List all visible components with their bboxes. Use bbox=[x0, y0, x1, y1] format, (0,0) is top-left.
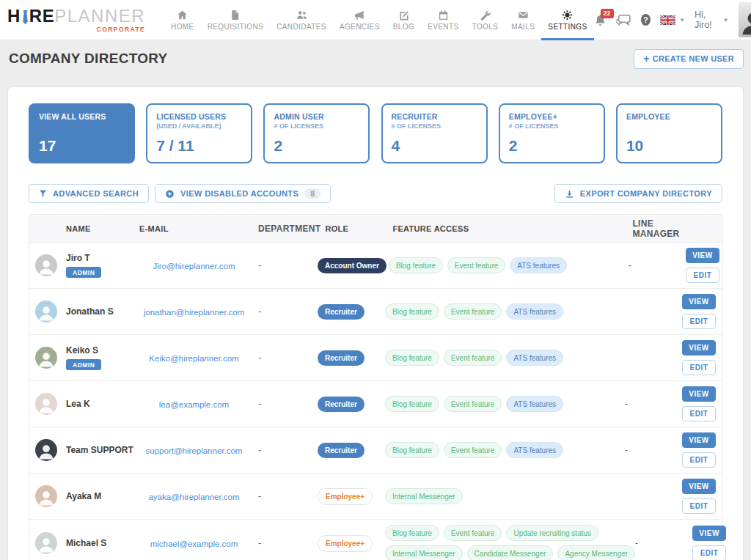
role-badge: Recruiter bbox=[318, 397, 364, 412]
stat-card-value: 2 bbox=[509, 137, 595, 155]
stat-card[interactable]: VIEW ALL USERS 17 bbox=[29, 103, 135, 163]
filter-funnel-icon bbox=[39, 189, 47, 198]
edit-button[interactable]: EDIT bbox=[682, 314, 716, 329]
stat-card[interactable]: RECRUITER # OF LICENSES 4 bbox=[381, 103, 488, 163]
user-name: Michael S bbox=[66, 538, 106, 548]
help-icon[interactable]: ? bbox=[641, 14, 651, 26]
advanced-search-button[interactable]: ADVANCED SEARCH bbox=[29, 184, 149, 203]
stat-card-value: 17 bbox=[39, 137, 125, 155]
nav-blog[interactable]: BLOG bbox=[387, 0, 421, 40]
notifications-bell-icon[interactable]: 22 bbox=[594, 14, 607, 26]
user-department: - bbox=[251, 306, 313, 317]
brand-corporate-label: CORPORATE bbox=[97, 26, 145, 33]
person-icon bbox=[37, 396, 56, 415]
stat-card-title: LICENSED USERS bbox=[156, 112, 242, 121]
stat-card[interactable]: EMPLOYEE 10 bbox=[616, 103, 722, 163]
nav-events[interactable]: EVENTS bbox=[421, 0, 465, 40]
nav-tools[interactable]: TOOLS bbox=[466, 0, 505, 40]
table-row: Jonathan S jonathan@hireplanner.com - Re… bbox=[29, 289, 722, 335]
uk-flag-icon bbox=[660, 15, 675, 25]
stat-card-value: 7 / 11 bbox=[156, 137, 242, 155]
user-email-link[interactable]: michael@example.com bbox=[150, 539, 238, 548]
view-disabled-accounts-button[interactable]: VIEW DISABLED ACCOUNTS 8 bbox=[155, 184, 331, 203]
calendar-icon bbox=[438, 10, 449, 21]
feature-badge: ATS features bbox=[510, 257, 567, 273]
nav-agencies[interactable]: AGENCIES bbox=[333, 0, 387, 40]
feature-access-list: Internal Messenger bbox=[383, 488, 625, 504]
user-email-link[interactable]: Jiro@hireplanner.com bbox=[153, 262, 235, 270]
create-new-user-button[interactable]: + CREATE NEW USER bbox=[634, 49, 744, 69]
greeting-text: Hi, Jiro! bbox=[695, 10, 719, 30]
user-email-link[interactable]: support@hireplanner.com bbox=[146, 446, 243, 455]
edit-button[interactable]: EDIT bbox=[682, 360, 716, 375]
edit-button[interactable]: EDIT bbox=[686, 268, 719, 283]
feature-access-list: Blog featureEvent featureATS features bbox=[387, 257, 629, 273]
user-email-link[interactable]: jonathan@hireplanner.com bbox=[144, 308, 245, 317]
user-email-link[interactable]: lea@example.com bbox=[159, 400, 229, 409]
view-button[interactable]: VIEW bbox=[686, 248, 719, 263]
role-badge: Employee+ bbox=[318, 488, 373, 505]
view-button[interactable]: VIEW bbox=[692, 526, 726, 541]
feature-badge: Blog feature bbox=[385, 442, 439, 458]
view-button[interactable]: VIEW bbox=[682, 479, 716, 494]
role-badge: Employee+ bbox=[318, 535, 373, 552]
language-selector[interactable]: ▼ bbox=[660, 15, 685, 25]
edit-button[interactable]: EDIT bbox=[682, 406, 716, 421]
stat-card-value: 2 bbox=[274, 137, 359, 155]
user-department: - bbox=[251, 353, 313, 363]
nav-settings[interactable]: SETTINGS bbox=[541, 0, 593, 40]
edit-button[interactable]: EDIT bbox=[682, 452, 716, 468]
nav-requisitions[interactable]: REQUISITIONS bbox=[201, 0, 270, 40]
stat-card[interactable]: ADMIN USER # OF LICENSES 2 bbox=[263, 103, 370, 163]
table-actions-row: ADVANCED SEARCH VIEW DISABLED ACCOUNTS 8… bbox=[29, 184, 722, 203]
main-nav: HOME REQUISITIONS CANDIDATES AGENCIES BL… bbox=[164, 0, 593, 40]
user-avatar[interactable] bbox=[739, 2, 751, 37]
view-button[interactable]: VIEW bbox=[682, 386, 716, 402]
nav-mails[interactable]: MAILS bbox=[505, 0, 541, 40]
brand-logo[interactable]: H RE PLANNER CORPORATE bbox=[7, 7, 145, 33]
feature-badge: Update recruiting status bbox=[506, 525, 598, 541]
line-manager: - bbox=[635, 538, 692, 548]
user-department: - bbox=[251, 538, 313, 548]
stats-cards-row: VIEW ALL USERS 17 LICENSED USERS (USED /… bbox=[29, 103, 722, 163]
view-button[interactable]: VIEW bbox=[682, 340, 716, 355]
person-icon bbox=[37, 303, 56, 323]
tie-icon bbox=[22, 10, 29, 25]
user-department: - bbox=[251, 260, 313, 270]
view-button[interactable]: VIEW bbox=[682, 432, 716, 448]
line-manager: - bbox=[629, 260, 686, 270]
table-row: Michael S michael@example.com - Employee… bbox=[29, 520, 722, 560]
messages-icon[interactable] bbox=[616, 14, 631, 26]
blog-icon bbox=[398, 10, 409, 21]
person-icon bbox=[37, 257, 56, 276]
users-icon bbox=[296, 10, 307, 21]
export-company-directory-button[interactable]: EXPORT COMPANY DIRECTORY bbox=[554, 184, 722, 203]
edit-button[interactable]: EDIT bbox=[682, 498, 716, 514]
feature-badge: Blog feature bbox=[385, 303, 439, 320]
view-button[interactable]: VIEW bbox=[682, 294, 716, 309]
nav-candidates[interactable]: CANDIDATES bbox=[270, 0, 333, 40]
stat-card-title: VIEW ALL USERS bbox=[39, 112, 125, 121]
top-navigation-bar: H RE PLANNER CORPORATE HOME REQUISITIONS… bbox=[0, 0, 751, 40]
stat-card[interactable]: LICENSED USERS (USED / AVAILABLE) 7 / 11 bbox=[146, 103, 252, 163]
feature-badge: Blog feature bbox=[385, 350, 439, 366]
stat-card-subtitle: # OF LICENSES bbox=[274, 122, 359, 130]
user-photo bbox=[35, 301, 57, 323]
edit-button[interactable]: EDIT bbox=[692, 545, 726, 560]
chevron-down-icon: ▼ bbox=[723, 17, 729, 23]
nav-home[interactable]: HOME bbox=[164, 0, 201, 40]
feature-badge: Internal Messenger bbox=[385, 488, 463, 504]
brand-hire-h: H bbox=[7, 7, 21, 25]
feature-badge: Event feature bbox=[444, 303, 502, 320]
page-header-strip: COMPANY DIRECTORY + CREATE NEW USER bbox=[0, 40, 751, 77]
stat-card[interactable]: EMPLOYEE+ # OF LICENSES 2 bbox=[499, 103, 605, 163]
user-photo bbox=[35, 347, 57, 369]
feature-access-list: Blog featureEvent featureATS features bbox=[383, 442, 625, 458]
stat-card-subtitle: # OF LICENSES bbox=[509, 122, 595, 130]
user-email-link[interactable]: Keiko@hireplanner.com bbox=[149, 354, 238, 363]
stat-card-title: ADMIN USER bbox=[274, 112, 359, 121]
user-email-link[interactable]: ayaka@hireplanner.com bbox=[148, 493, 239, 501]
user-menu[interactable]: Hi, Jiro! ▼ bbox=[695, 10, 729, 30]
column-header-role: ROLE bbox=[320, 224, 390, 233]
user-photo bbox=[35, 485, 57, 507]
